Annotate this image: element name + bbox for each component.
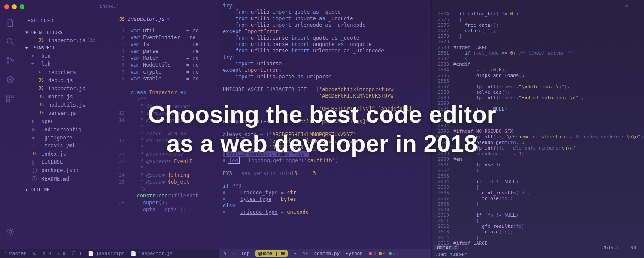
filename-bar: ddfor.c	[434, 245, 459, 250]
file-icon: ⓘ	[32, 175, 39, 183]
editor-tab[interactable]: JS inspector.js ✕	[115, 12, 174, 26]
js-icon: JS	[39, 38, 46, 43]
project-header[interactable]: JSINSPECT	[24, 44, 107, 52]
tree-item[interactable]: {}package.json	[27, 166, 107, 174]
js-icon: JS	[39, 111, 46, 115]
svg-rect-6	[11, 95, 14, 98]
cursor-position[interactable]: 5: 5	[224, 251, 235, 256]
activity-bar	[0, 12, 21, 244]
branch-icon: ᛘ	[4, 251, 7, 256]
tree-item[interactable]: JSmatch.js	[27, 92, 107, 101]
git-branch[interactable]: ᛘmaster	[4, 251, 27, 256]
maximize-icon[interactable]	[20, 4, 24, 9]
status-errors[interactable]: ⊘ 0	[43, 251, 51, 256]
status-file: common.py	[314, 251, 340, 256]
tree-item[interactable]: ⚙.editorconfig	[27, 125, 107, 133]
source-control-icon[interactable]	[6, 56, 15, 65]
status-lang[interactable]: Python	[346, 251, 363, 256]
file-icon: §	[32, 159, 39, 165]
extensions-icon[interactable]	[6, 94, 15, 103]
vscode-panel: EXPLORER OPEN EDITORS JS inspector.js li…	[0, 0, 219, 258]
tree-item[interactable]: reporters	[27, 68, 107, 76]
file-icon: !	[32, 143, 39, 149]
search-icon[interactable]	[6, 37, 15, 46]
js-icon: JS	[39, 86, 46, 91]
explorer-title: EXPLORER	[24, 16, 107, 29]
svg-point-8	[9, 230, 12, 233]
files-icon[interactable]	[6, 18, 15, 28]
tree-item[interactable]: ⓘREADME.md	[27, 174, 107, 184]
debug-icon[interactable]	[6, 75, 15, 84]
window-title: inspe…)	[100, 3, 119, 9]
vim-panel: ✕ — 2574 if (alloc_kf() != 0 )2575 {2576…	[431, 0, 644, 258]
svg-point-1	[7, 57, 9, 59]
code-editor[interactable]: try: from urllib import quote as _quote …	[219, 0, 431, 258]
minimize-icon[interactable]	[12, 4, 17, 9]
tree-item[interactable]: §LICENSE	[27, 158, 107, 166]
status-warnings[interactable]: ⚠ 0	[57, 251, 66, 256]
status-file[interactable]: 📄 inspector.js	[131, 251, 173, 256]
outline-header[interactable]: OUTLINE	[24, 186, 107, 194]
js-icon: JS	[39, 78, 46, 83]
svg-point-2	[7, 62, 9, 64]
js-icon: JS	[119, 17, 125, 22]
open-editor-item[interactable]: JS inspector.js lib	[27, 36, 107, 44]
lint-counts[interactable]: 3 4 23	[369, 251, 399, 256]
tree-item[interactable]: JSinspector.js	[27, 84, 107, 92]
code-editor[interactable]: 2574 if (alloc_kf() != 0 )2575 {2576 fre…	[432, 10, 644, 250]
svg-point-3	[12, 60, 13, 61]
ruler: 2619,1 98	[602, 245, 637, 250]
svg-rect-7	[7, 99, 9, 102]
status-info[interactable]: ⓘ 1	[72, 250, 82, 257]
file-icon: ◆	[32, 135, 39, 141]
gear-icon[interactable]	[6, 227, 15, 236]
tree-item[interactable]: bin	[27, 52, 107, 60]
close-icon[interactable]	[4, 4, 9, 9]
close-tab-icon[interactable]: ✕	[167, 16, 170, 22]
minimize-icon[interactable]: —	[636, 3, 639, 9]
tree-item[interactable]: lib	[27, 60, 107, 68]
js-icon: JS	[39, 94, 46, 99]
status-bar: ᛘmaster ⟲ ⊘ 0 ⚠ 0 ⓘ 1 📄 javascript 📄 ins…	[0, 249, 219, 258]
python-editor-panel: try: from urllib import quote as _quote …	[219, 0, 431, 258]
sync-icon[interactable]: ⟲	[33, 251, 36, 256]
status-bar: 5: 5 Top @Home | ❷ ~ 14k common.py Pytho…	[219, 249, 431, 258]
status-lang[interactable]: 📄 javascript	[88, 251, 125, 256]
file-icon	[32, 53, 39, 59]
file-icon	[39, 69, 46, 75]
scroll-position: Top	[241, 251, 250, 256]
close-icon[interactable]: ✕	[625, 3, 628, 9]
tree-item[interactable]: !.travis.yml	[27, 141, 107, 150]
file-icon	[32, 61, 39, 67]
file-icon	[32, 118, 39, 124]
status-chip[interactable]: @Home | ❷	[255, 250, 288, 257]
js-icon: JS	[39, 102, 46, 107]
svg-point-0	[7, 39, 12, 43]
explorer-view: EXPLORER OPEN EDITORS JS inspector.js li…	[21, 12, 111, 198]
code-editor[interactable]: 1var util = re2var EventEmitter = re3var…	[115, 26, 219, 248]
macos-traffic-lights	[4, 4, 24, 9]
tree-item[interactable]: JSdebug.js	[27, 76, 107, 84]
open-editors-header[interactable]: OPEN EDITORS	[24, 29, 107, 36]
git-diff[interactable]: ~ 14k	[294, 251, 308, 256]
svg-rect-5	[7, 95, 9, 98]
command-line[interactable]: :set number	[435, 252, 467, 257]
tree-item[interactable]: JSindex.js	[27, 150, 107, 158]
tree-item[interactable]: JSnodeUtils.js	[27, 101, 107, 109]
file-icon: {}	[32, 167, 39, 173]
tree-item[interactable]: ◆.gitignore	[27, 133, 107, 141]
tree-item[interactable]: JSparser.js	[27, 109, 107, 117]
file-icon: ⚙	[32, 126, 39, 132]
tab-label: inspector.js	[127, 16, 164, 22]
js-icon: JS	[32, 151, 39, 156]
tree-item[interactable]: spec	[27, 117, 107, 125]
